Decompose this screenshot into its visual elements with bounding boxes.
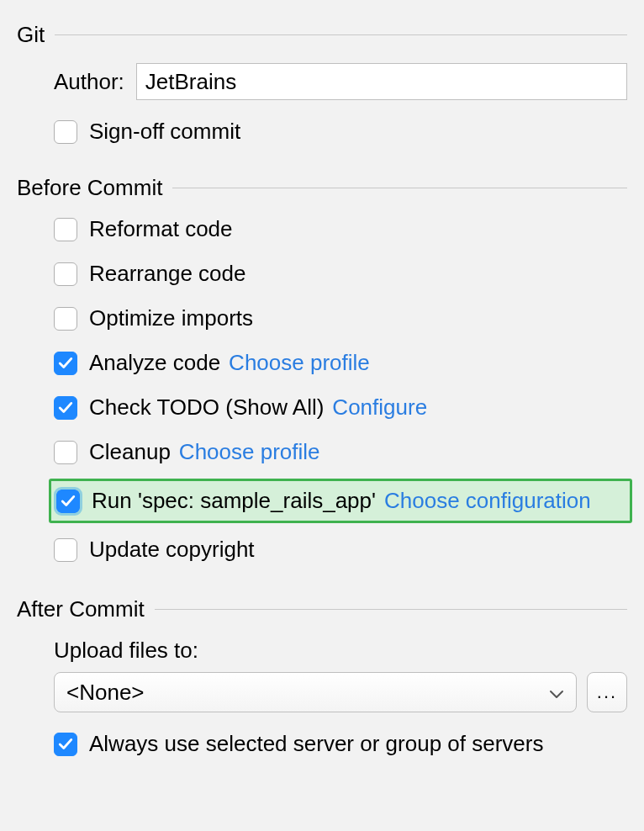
reformat-label: Reformat code <box>89 216 233 242</box>
todo-label: Check TODO (Show All) <box>89 394 324 421</box>
upload-label: Upload files to: <box>54 638 627 664</box>
cleanup-label: Cleanup <box>89 439 171 465</box>
git-section-header: Git <box>17 22 627 48</box>
signoff-checkbox[interactable] <box>54 120 77 144</box>
always-use-label: Always use selected server or group of s… <box>89 731 543 757</box>
before-commit-title: Before Commit <box>17 175 172 201</box>
chevron-down-icon <box>549 680 564 706</box>
cleanup-checkbox[interactable] <box>54 441 77 464</box>
run-tests-label: Run 'spec: sample_rails_app' <box>92 488 376 514</box>
rearrange-label: Rearrange code <box>89 261 245 287</box>
ellipsis-icon: ... <box>597 681 617 703</box>
divider <box>172 188 627 188</box>
after-commit-title: After Commit <box>17 596 155 622</box>
after-commit-section-header: After Commit <box>17 596 627 622</box>
optimize-label: Optimize imports <box>89 305 253 331</box>
before-commit-section-header: Before Commit <box>17 175 627 201</box>
always-use-checkbox[interactable] <box>54 733 77 756</box>
reformat-checkbox[interactable] <box>54 218 77 241</box>
cleanup-choose-profile-link[interactable]: Choose profile <box>179 439 320 465</box>
upload-select-value: <None> <box>66 680 145 706</box>
todo-checkbox[interactable] <box>54 396 77 420</box>
git-section-title: Git <box>17 22 55 48</box>
run-tests-choose-config-link[interactable]: Choose configuration <box>384 488 591 514</box>
divider <box>155 609 627 610</box>
rearrange-checkbox[interactable] <box>54 262 77 286</box>
analyze-label: Analyze code <box>89 350 220 376</box>
browse-button[interactable]: ... <box>587 672 627 712</box>
copyright-label: Update copyright <box>89 537 255 563</box>
analyze-checkbox[interactable] <box>54 352 77 375</box>
run-tests-highlight: Run 'spec: sample_rails_app' Choose conf… <box>49 479 632 523</box>
optimize-checkbox[interactable] <box>54 307 77 331</box>
upload-select[interactable]: <None> <box>54 672 577 712</box>
author-label: Author: <box>54 69 124 95</box>
todo-configure-link[interactable]: Configure <box>332 394 427 421</box>
run-tests-checkbox[interactable] <box>56 490 80 513</box>
analyze-choose-profile-link[interactable]: Choose profile <box>229 350 370 376</box>
signoff-label: Sign-off commit <box>89 119 240 145</box>
copyright-checkbox[interactable] <box>54 538 77 562</box>
divider <box>55 34 627 35</box>
author-input[interactable] <box>136 63 627 100</box>
